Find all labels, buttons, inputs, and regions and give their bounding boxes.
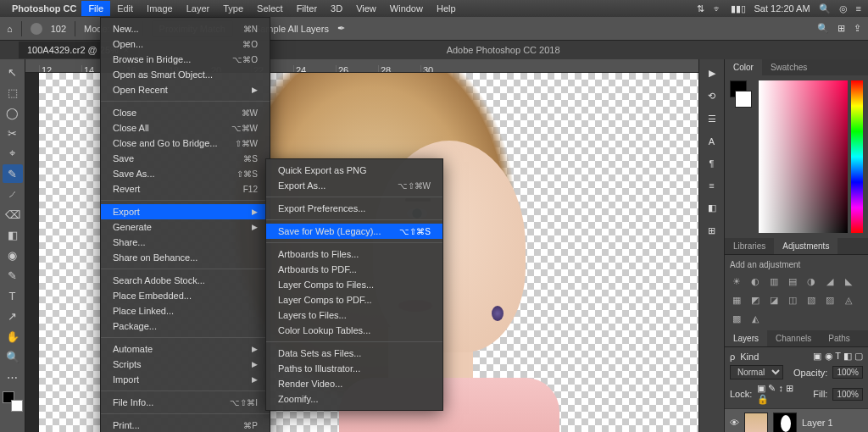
file-item-share-[interactable]: Share... [101,235,270,250]
menu-type[interactable]: Type [216,1,250,16]
file-item-automate[interactable]: Automate▶ [101,341,270,357]
layer-mask-thumbnail[interactable] [773,413,797,432]
workspace-icon[interactable]: ⊞ [837,23,845,34]
file-item-close[interactable]: Close⌘W [101,105,270,120]
export-item-export-as-[interactable]: Export As...⌥⇧⌘W [266,178,442,193]
file-item-file-info-[interactable]: File Info...⌥⇧⌘I [101,395,270,410]
adjustment-icon-11[interactable]: ▧ [804,293,818,307]
brush-size-value[interactable]: 102 [51,24,66,34]
tool-11[interactable]: T [3,286,23,305]
adjustment-icon-15[interactable]: ◭ [748,312,762,325]
spotlight-icon[interactable]: 🔍 [819,3,831,14]
file-item-search-adobe-stock-[interactable]: Search Adobe Stock... [101,273,270,288]
lock-icons[interactable]: ▣ ✎ ↕ ⊞ 🔒 [757,383,803,405]
rail-icon-2[interactable]: ☰ [708,114,716,125]
adjustment-icon-14[interactable]: ▩ [730,312,743,325]
tab-channels[interactable]: Channels [767,330,820,346]
app-name[interactable]: Photoshop CC [12,3,76,14]
bg-swatch[interactable] [11,400,23,412]
file-item-close-and-go-to-bridge-[interactable]: Close and Go to Bridge...⇧⌘W [101,136,270,151]
file-item-browse-in-bridge-[interactable]: Browse in Bridge...⌥⌘O [101,52,270,67]
file-item-save-as-[interactable]: Save As...⇧⌘S [101,166,270,181]
visibility-icon[interactable]: 👁 [730,418,739,428]
menu-file[interactable]: File [81,1,110,16]
hue-slider[interactable] [851,80,863,233]
tool-15[interactable]: ⋯ [3,368,23,386]
tab-swatches[interactable]: Swatches [762,59,815,75]
tool-0[interactable]: ↖ [3,63,23,81]
tool-2[interactable]: ◯ [3,103,23,122]
layer-thumbnail[interactable] [744,413,768,432]
file-item-open-[interactable]: Open...⌘O [101,36,270,52]
tool-10[interactable]: ✎ [3,266,23,285]
rail-icon-1[interactable]: ⟲ [708,91,715,102]
rail-icon-5[interactable]: ≡ [709,180,714,191]
siri-icon[interactable]: ◎ [839,3,848,14]
file-item-import[interactable]: Import▶ [101,372,270,387]
file-item-generate[interactable]: Generate▶ [101,219,270,235]
color-picker-field[interactable] [759,80,848,233]
share-icon[interactable]: ⇪ [854,23,861,34]
export-item-layers-to-files-[interactable]: Layers to Files... [266,307,442,323]
rail-icon-4[interactable]: ¶ [709,158,715,169]
adjustment-icon-8[interactable]: ◩ [748,293,762,307]
adjustment-icon-1[interactable]: ◐ [748,274,762,288]
menu-layer[interactable]: Layer [180,1,217,16]
export-item-quick-export-as-png[interactable]: Quick Export as PNG [266,163,442,178]
menu-window[interactable]: Window [383,1,430,16]
tool-5[interactable]: ✎ [3,164,23,183]
file-item-open-as-smart-object-[interactable]: Open as Smart Object... [101,67,270,82]
dropbox-icon[interactable]: ⇅ [697,3,704,14]
tool-6[interactable]: ⟋ [3,185,23,203]
menu-view[interactable]: View [349,1,383,16]
export-item-export-preferences-[interactable]: Export Preferences... [266,201,442,216]
adjustment-icon-6[interactable]: ◣ [842,274,855,288]
menu-image[interactable]: Image [140,1,180,16]
tab-layers[interactable]: Layers [725,330,767,346]
opacity-value[interactable]: 100% [832,366,863,379]
adjustment-icon-13[interactable]: ◬ [842,293,855,307]
blend-mode-select[interactable]: Normal [730,365,783,379]
adjustment-icon-3[interactable]: ▤ [786,274,799,288]
rail-icon-0[interactable]: ▶ [709,68,715,79]
tool-13[interactable]: ✋ [3,327,23,346]
adjustment-icon-7[interactable]: ▦ [730,293,743,307]
file-item-close-all[interactable]: Close All⌥⌘W [101,120,270,136]
adjustment-icon-0[interactable]: ☀ [730,274,743,288]
menu-3d[interactable]: 3D [324,1,349,16]
layer-row[interactable]: 👁 Layer 1 [725,408,868,432]
clock[interactable]: Sat 12:20 AM [754,3,810,14]
file-item-share-on-behance-[interactable]: Share on Behance... [101,250,270,265]
wifi-icon[interactable]: ᯤ [713,3,722,14]
file-item-new-[interactable]: New...⌘N [101,21,270,36]
file-item-print-[interactable]: Print...⌘P [101,418,270,432]
file-item-place-embedded-[interactable]: Place Embedded... [101,288,270,303]
menu-edit[interactable]: Edit [110,1,140,16]
fill-value[interactable]: 100% [832,388,863,401]
tool-14[interactable]: 🔍 [3,347,23,366]
rail-icon-6[interactable]: ◧ [708,202,716,213]
file-item-export[interactable]: Export▶ [101,204,270,219]
background-color[interactable] [735,91,752,108]
menu-help[interactable]: Help [430,1,463,16]
tab-color[interactable]: Color [725,59,762,75]
tab-libraries[interactable]: Libraries [725,238,774,254]
file-item-scripts[interactable]: Scripts▶ [101,357,270,372]
tool-8[interactable]: ◧ [3,225,23,244]
tool-7[interactable]: ⌫ [3,205,23,224]
tool-1[interactable]: ⬚ [3,83,23,102]
pressure-icon[interactable]: ✒ [337,23,345,34]
export-item-paths-to-illustrator-[interactable]: Paths to Illustrator... [266,361,442,376]
menu-select[interactable]: Select [250,1,290,16]
tab-adjustments[interactable]: Adjustments [774,238,837,254]
adjustment-icon-10[interactable]: ◫ [786,293,799,307]
adjustment-icon-2[interactable]: ▥ [767,274,781,288]
export-item-color-lookup-tables-[interactable]: Color Lookup Tables... [266,323,442,338]
battery-icon[interactable]: ▮▮▯ [731,3,746,14]
file-item-revert[interactable]: RevertF12 [101,181,270,197]
file-item-open-recent[interactable]: Open Recent▶ [101,82,270,97]
filter-icons[interactable]: ▣ ◉ T ◧ ▢ [813,351,863,362]
tool-9[interactable]: ◉ [3,246,23,264]
export-item-render-video-[interactable]: Render Video... [266,376,442,391]
notification-icon[interactable]: ≡ [856,3,861,14]
